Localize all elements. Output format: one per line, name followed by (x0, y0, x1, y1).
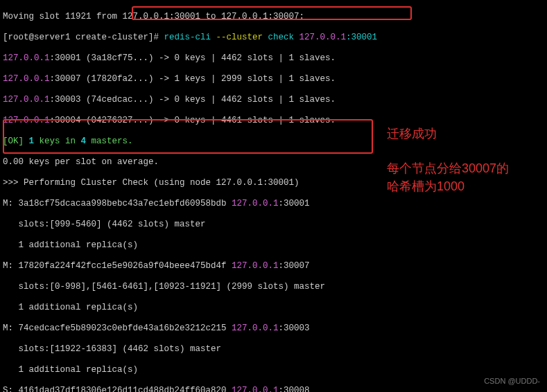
annotation-text: 迁移成功 (387, 125, 437, 143)
line: 127.0.0.1:30003 (74cedcac...) -> 0 keys … (3, 95, 544, 105)
line: M: 17820fa224f42fcc1e5e9026a9f04beee475b… (3, 261, 544, 271)
line-prompt: [root@server1 create-cluster]# redis-cli… (3, 33, 544, 43)
line: S: 4161dad37df18306e126d11cd488db24ff60a… (3, 386, 544, 392)
terminal-output: Moving slot 11921 from 127.0.0.1:30001 t… (0, 0, 547, 392)
line: Moving slot 11921 from 127.0.0.1:30001 t… (3, 12, 544, 22)
line: M: 3a18cf75dcacaa998bebc43a7ec1ebfd60958… (3, 199, 544, 209)
line-ok: [OK] 1 keys in 4 masters. (3, 136, 544, 147)
line-slots: slots:[11922-16383] (4462 slots) master (3, 344, 544, 355)
line: 127.0.0.1:30007 (17820fa2...) -> 1 keys … (3, 74, 544, 84)
line-slots: slots:[0-998],[5461-6461],[10923-11921] … (3, 282, 544, 292)
line: 1 additional replica(s) (3, 240, 544, 251)
line: 1 additional replica(s) (3, 303, 544, 313)
line-slots: slots:[999-5460] (4462 slots) master (3, 220, 544, 230)
line: 127.0.0.1:30004 (04276327...) -> 0 keys … (3, 116, 544, 126)
annotation-text: 每个节点分给30007的 哈希槽为1000 (387, 159, 509, 195)
line: M: 74cedcacfe5b89023c0ebfde43a16b2e3212c… (3, 323, 544, 334)
watermark: CSDN @UDDD- (484, 376, 540, 386)
line: 127.0.0.1:30001 (3a18cf75...) -> 0 keys … (3, 53, 544, 64)
line: 1 additional replica(s) (3, 365, 544, 375)
